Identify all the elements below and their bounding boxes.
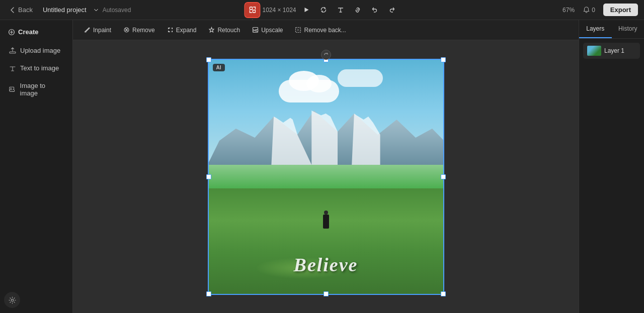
retouch-icon [208,27,215,33]
topbar-center-tools: Fit to content 1024 × 1024 [245,3,398,17]
create-label: Create [18,28,38,36]
play-button[interactable] [299,3,313,17]
fit-content-icon [249,6,256,14]
upload-image-label: Upload image [20,47,60,54]
svg-rect-1 [253,10,255,13]
expand-label: Expand [176,27,197,34]
sidebar-left: Create Upload image Text to image Image … [0,20,73,313]
upscale-label: Upscale [261,27,283,34]
back-label: Back [18,6,33,14]
layers-history-tabs: Layers History [579,20,644,39]
canvas-toolbar: Inpaint Remove Expand Retouch [73,20,579,40]
layer-1-name: Layer 1 [604,47,624,54]
layers-tab[interactable]: Layers [579,20,612,38]
rotate-icon [324,52,329,57]
project-name[interactable]: Untitled project [40,4,90,16]
history-tab[interactable]: History [612,20,645,38]
redo-button[interactable] [385,3,399,17]
image-to-image-item[interactable]: Image to image [4,78,68,101]
sidebar-right: Layers History Layer 1 [579,20,644,313]
undo-icon [371,7,378,13]
inpaint-icon [84,27,91,33]
remove-button[interactable]: Remove [118,24,160,36]
dimension-label: 1024 × 1024 [262,7,296,14]
fit-content-button[interactable]: Fit to content [245,3,259,17]
project-chevron-icon [94,8,99,13]
play-icon [303,7,309,13]
remove-back-icon [295,27,301,33]
export-button[interactable]: Export [603,4,638,16]
remove-back-button[interactable]: Remove back... [290,24,351,36]
canvas-image: Believe AI [208,59,444,295]
upload-icon [9,47,16,54]
back-arrow-icon [9,7,16,14]
svg-marker-2 [304,8,308,12]
remove-icon [123,27,130,33]
link-icon [354,7,361,13]
cloud-1 [279,80,339,102]
refresh-icon [320,7,327,13]
topbar: Back Untitled project Autosaved Fit to c… [0,0,644,20]
settings-button[interactable] [4,292,20,308]
topbar-right: 67% 0 Export [562,4,638,16]
retouch-button[interactable]: Retouch [203,24,245,36]
text-tool-button[interactable] [334,3,348,17]
person-figure [323,215,329,229]
rotate-handle[interactable] [321,50,331,60]
text-tool-icon [337,7,344,13]
retouch-label: Retouch [217,27,240,34]
back-button[interactable]: Back [6,4,36,16]
text-to-image-item[interactable]: Text to image [4,60,68,76]
redo-icon [388,7,395,13]
svg-text:HD: HD [254,29,259,32]
upscale-button[interactable]: HD Upscale [247,24,288,36]
inpaint-button[interactable]: Inpaint [79,24,116,36]
remove-back-label: Remove back... [304,27,346,34]
create-plus-icon [8,29,15,36]
refresh-button[interactable] [316,3,331,17]
ai-badge: AI [213,64,225,71]
canvas-viewport[interactable]: Believe AI [73,40,579,313]
upscale-icon: HD [252,27,259,33]
remove-label: Remove [132,27,155,34]
layers-content: Layer 1 [579,39,644,313]
svg-rect-0 [250,7,252,10]
undo-button[interactable] [368,3,382,17]
expand-icon [167,27,174,33]
create-header: Create [4,25,68,39]
svg-point-7 [11,299,13,301]
layer-thumbnail [587,46,601,56]
layer-1-item[interactable]: Layer 1 [583,43,640,59]
mountains-layer [208,105,444,165]
text-to-image-label: Text to image [20,64,59,72]
image-to-image-icon [9,86,16,93]
cloud-2 [338,69,383,87]
main-layout: Create Upload image Text to image Image … [0,20,644,313]
expand-button[interactable]: Expand [162,24,202,36]
upload-image-item[interactable]: Upload image [4,43,68,58]
inpaint-label: Inpaint [93,27,111,34]
field-layer [208,188,444,295]
canvas-image-container[interactable]: Believe AI [208,59,444,295]
notif-count: 0 [592,7,595,14]
zoom-level: 67% [562,7,575,14]
link-button[interactable] [351,3,365,17]
canvas-area: Inpaint Remove Expand Retouch [73,20,579,313]
image-to-image-label: Image to image [20,82,63,97]
notification-button[interactable]: 0 [580,4,598,16]
sidebar-bottom [4,292,68,308]
svg-rect-4 [10,52,16,53]
autosaved-label: Autosaved [103,7,131,14]
topbar-left: Back Untitled project Autosaved [6,4,131,16]
bell-icon [583,6,590,14]
text-icon [9,65,16,72]
image-background: Believe [208,59,444,295]
believe-text: Believe [294,254,358,276]
settings-gear-icon [9,296,16,304]
